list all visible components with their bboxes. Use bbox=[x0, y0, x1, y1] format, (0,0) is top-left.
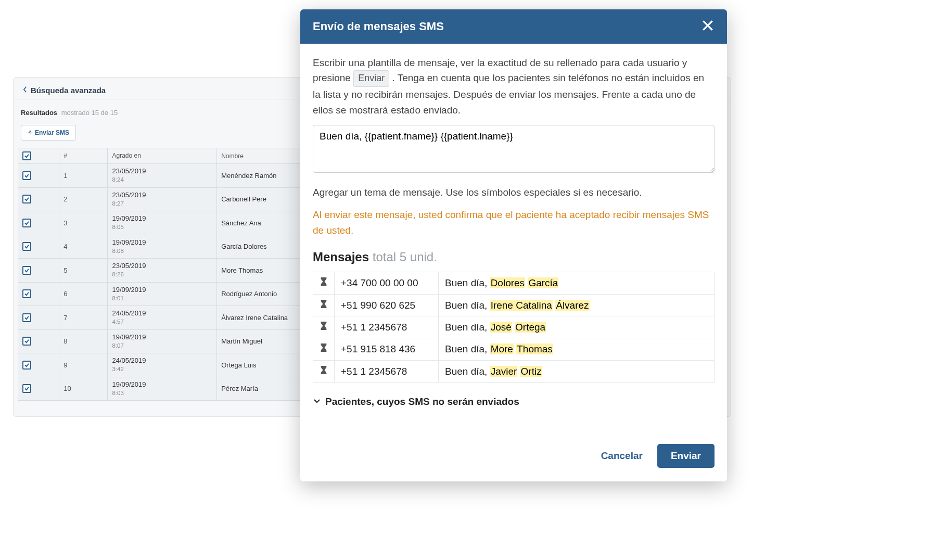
row-number: 2 bbox=[59, 187, 108, 211]
message-preview: Buen día, Javier Ortiz bbox=[439, 360, 715, 382]
row-checkbox[interactable] bbox=[18, 164, 59, 188]
modal-body: Escribir una plantilla de mensaje, ver l… bbox=[300, 44, 727, 413]
hourglass-icon bbox=[313, 316, 335, 338]
cancel-button[interactable]: Cancelar bbox=[601, 450, 643, 462]
row-date: 23/05/20198:24 bbox=[108, 164, 217, 188]
row-checkbox[interactable] bbox=[18, 211, 59, 235]
row-date: 19/09/20198:07 bbox=[108, 329, 217, 353]
checkbox-icon bbox=[22, 313, 31, 322]
modal-title: Envío de mensajes SMS bbox=[313, 20, 444, 33]
close-icon[interactable] bbox=[701, 19, 715, 34]
modal-footer: Cancelar Enviar bbox=[300, 413, 727, 481]
results-count: mostrado 15 de 15 bbox=[61, 109, 118, 117]
checkbox-icon bbox=[22, 171, 31, 180]
hourglass-icon bbox=[313, 360, 335, 382]
messages-total: total 5 unid. bbox=[373, 250, 437, 264]
row-date: 19/09/20198:05 bbox=[108, 211, 217, 235]
checkbox-icon bbox=[22, 289, 31, 298]
consent-warning: Al enviar este mensaje, usted confirma q… bbox=[313, 207, 715, 238]
message-phone: +51 990 620 625 bbox=[335, 294, 439, 316]
row-checkbox[interactable] bbox=[18, 235, 59, 259]
message-preview: Buen día, More Thomas bbox=[439, 338, 715, 360]
chevron-left-icon[interactable] bbox=[23, 86, 28, 95]
header-num[interactable]: # bbox=[59, 148, 108, 164]
row-number: 3 bbox=[59, 211, 108, 235]
desc-key: Enviar bbox=[353, 70, 389, 87]
header-added[interactable]: Agrado en bbox=[108, 148, 217, 164]
message-row: +51 1 2345678Buen día, José Ortega bbox=[313, 316, 715, 338]
message-phone: +51 915 818 436 bbox=[335, 338, 439, 360]
row-number: 6 bbox=[59, 282, 108, 306]
checkbox-icon bbox=[22, 242, 31, 251]
row-number: 10 bbox=[59, 377, 108, 401]
template-hint: Agregar un tema de mensaje. Use los símb… bbox=[313, 185, 715, 200]
message-phone: +51 1 2345678 bbox=[335, 360, 439, 382]
message-row: +51 1 2345678Buen día, Javier Ortiz bbox=[313, 360, 715, 382]
row-checkbox[interactable] bbox=[18, 353, 59, 377]
row-checkbox[interactable] bbox=[18, 329, 59, 353]
row-checkbox[interactable] bbox=[18, 306, 59, 330]
header-checkbox-cell[interactable] bbox=[18, 148, 59, 164]
row-number: 1 bbox=[59, 164, 108, 188]
message-row: +34 700 00 00 00Buen día, Dolores García bbox=[313, 272, 715, 294]
message-phone: +34 700 00 00 00 bbox=[335, 272, 439, 294]
panel-title: Búsqueda avanzada bbox=[31, 86, 106, 95]
row-checkbox[interactable] bbox=[18, 187, 59, 211]
checkbox-icon bbox=[22, 219, 31, 227]
checkbox-icon bbox=[22, 195, 31, 203]
row-checkbox[interactable] bbox=[18, 259, 59, 283]
row-date: 23/05/20198:27 bbox=[108, 187, 217, 211]
row-date: 24/05/20194:57 bbox=[108, 306, 217, 330]
row-number: 7 bbox=[59, 306, 108, 330]
hourglass-icon bbox=[313, 294, 335, 316]
row-date: 19/09/20198:01 bbox=[108, 282, 217, 306]
row-number: 4 bbox=[59, 235, 108, 259]
message-row: +51 990 620 625Buen día, Irene Catalina … bbox=[313, 294, 715, 316]
message-row: +51 915 818 436Buen día, More Thomas bbox=[313, 338, 715, 360]
svg-point-0 bbox=[29, 131, 31, 133]
modal-header: Envío de mensajes SMS bbox=[300, 9, 727, 44]
hourglass-icon bbox=[313, 272, 335, 294]
messages-label: Mensajes bbox=[313, 250, 369, 264]
message-preview: Buen día, Dolores García bbox=[439, 272, 715, 294]
sms-modal: Envío de mensajes SMS Escribir una plant… bbox=[300, 9, 727, 481]
sms-icon bbox=[28, 129, 33, 136]
messages-title: Mensajes total 5 unid. bbox=[313, 247, 715, 266]
checkbox-icon bbox=[22, 384, 31, 393]
row-checkbox[interactable] bbox=[18, 377, 59, 401]
message-preview: Buen día, Irene Catalina Álvarez bbox=[439, 294, 715, 316]
excluded-patients-label: Pacientes, cuyos SMS no serán enviados bbox=[325, 394, 519, 409]
message-phone: +51 1 2345678 bbox=[335, 316, 439, 338]
row-number: 9 bbox=[59, 353, 108, 377]
send-sms-button[interactable]: Enviar SMS bbox=[21, 125, 76, 141]
row-date: 23/05/20198:26 bbox=[108, 259, 217, 283]
send-button[interactable]: Enviar bbox=[657, 444, 715, 468]
message-preview: Buen día, José Ortega bbox=[439, 316, 715, 338]
checkbox-icon bbox=[22, 151, 31, 160]
results-label: Resultados bbox=[21, 109, 57, 117]
message-template-input[interactable] bbox=[313, 125, 715, 173]
checkbox-icon bbox=[22, 361, 31, 370]
chevron-down-icon bbox=[313, 394, 321, 409]
messages-preview-table: +34 700 00 00 00Buen día, Dolores García… bbox=[313, 272, 715, 383]
row-date: 19/09/20198:03 bbox=[108, 377, 217, 401]
modal-description: Escribir una plantilla de mensaje, ver l… bbox=[313, 55, 715, 118]
checkbox-icon bbox=[22, 337, 31, 346]
excluded-patients-toggle[interactable]: Pacientes, cuyos SMS no serán enviados bbox=[313, 394, 715, 409]
hourglass-icon bbox=[313, 338, 335, 360]
row-number: 5 bbox=[59, 259, 108, 283]
send-sms-label: Enviar SMS bbox=[35, 129, 69, 136]
row-number: 8 bbox=[59, 329, 108, 353]
checkbox-icon bbox=[22, 266, 31, 275]
row-checkbox[interactable] bbox=[18, 282, 59, 306]
row-date: 19/09/20198:08 bbox=[108, 235, 217, 259]
row-date: 24/05/20193:42 bbox=[108, 353, 217, 377]
